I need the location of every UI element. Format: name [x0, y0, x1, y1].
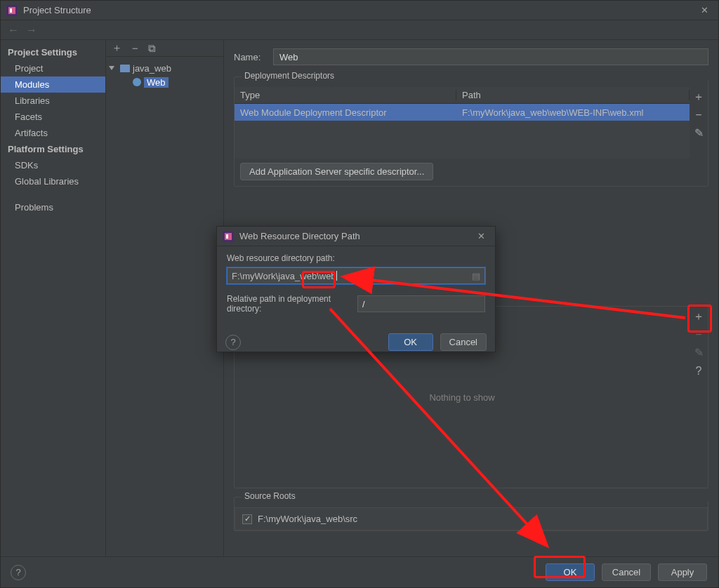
app-icon: [223, 231, 234, 242]
source-roots-fieldset: Source Roots F:\myWork\java_web\src: [234, 497, 708, 531]
close-icon[interactable]: ✕: [697, 4, 713, 17]
path-value: F:\myWork\java_web\web: [232, 271, 336, 281]
dialog-close-icon[interactable]: ✕: [473, 229, 489, 243]
cell-path: F:\myWork\java_web\web\WEB-INF\web.xml: [456, 107, 690, 118]
apply-button[interactable]: Apply: [658, 563, 707, 581]
module-tree: java_web Web: [106, 57, 223, 93]
source-root-row[interactable]: F:\myWork\java_web\src: [235, 507, 708, 530]
sidebar-item-modules[interactable]: Modules: [1, 76, 105, 93]
descriptors-legend: Deployment Descriptors: [242, 71, 715, 81]
rel-label: Relative path in deployment directory:: [227, 294, 350, 314]
svg-rect-5: [226, 234, 228, 239]
dialog-footer: ? OK Cancel: [217, 328, 495, 356]
path-label: Web resource directory path:: [227, 253, 485, 263]
ok-button[interactable]: OK: [546, 563, 595, 581]
source-root-checkbox[interactable]: [242, 514, 252, 524]
sidebar-item-global-libraries[interactable]: Global Libraries: [1, 173, 105, 189]
help-icon[interactable]: ?: [692, 364, 706, 378]
add-module-icon[interactable]: ＋: [112, 41, 122, 55]
section-platform-settings: Platform Settings: [1, 141, 105, 157]
dialog-titlebar: Web Resource Directory Path ✕: [217, 227, 495, 246]
section-project-settings: Project Settings: [1, 44, 105, 60]
name-field[interactable]: [273, 48, 708, 65]
tree-label: java_web: [133, 63, 171, 74]
dialog-ok-button[interactable]: OK: [388, 333, 433, 351]
svg-rect-2: [10, 8, 12, 13]
modules-tree-pane: ＋ − ⧉ java_web Web: [106, 40, 224, 556]
plus-icon[interactable]: ＋: [692, 90, 706, 104]
resource-side-tools: ＋ − ✎ ?: [690, 307, 708, 488]
forward-icon[interactable]: →: [26, 24, 37, 36]
tree-node-root[interactable]: java_web: [109, 61, 220, 75]
name-row: Name:: [234, 48, 708, 65]
sidebar-item-facets[interactable]: Facets: [1, 109, 105, 125]
descriptor-side-tools: ＋ − ✎: [690, 87, 708, 186]
dialog-footer: ? OK Cancel Apply: [1, 556, 718, 587]
sidebar: Project Settings Project Modules Librari…: [1, 40, 106, 556]
tree-node-web[interactable]: Web: [109, 75, 220, 89]
tree-label-selected: Web: [144, 77, 169, 88]
descriptor-row[interactable]: Web Module Deployment Descriptor F:\myWo…: [235, 104, 690, 121]
pencil-icon[interactable]: ✎: [692, 126, 706, 140]
dialog-title: Web Resource Directory Path: [239, 231, 473, 241]
caret: [336, 271, 337, 281]
remove-module-icon[interactable]: −: [132, 42, 138, 54]
descriptor-header: Type Path: [235, 87, 690, 104]
back-icon[interactable]: ←: [8, 24, 19, 36]
dialog-help-button[interactable]: ?: [225, 335, 241, 350]
sidebar-item-sdks[interactable]: SDKs: [1, 157, 105, 173]
app-icon: [6, 5, 18, 16]
dialog-body: Web resource directory path: F:\myWork\j…: [217, 246, 495, 328]
sidebar-item-problems[interactable]: Problems: [1, 199, 105, 215]
sidebar-item-artifacts[interactable]: Artifacts: [1, 125, 105, 141]
dialog-cancel-button[interactable]: Cancel: [440, 333, 487, 351]
name-label: Name:: [234, 52, 266, 62]
help-button[interactable]: ?: [11, 565, 26, 580]
sidebar-item-project[interactable]: Project: [1, 60, 105, 76]
source-root-path: F:\myWork\java_web\src: [258, 514, 357, 524]
browse-icon[interactable]: ▤: [472, 271, 480, 281]
nothing-to-show: Nothing to show: [429, 392, 494, 403]
folder-icon: [120, 65, 130, 72]
copy-module-icon[interactable]: ⧉: [148, 42, 156, 55]
col-path: Path: [456, 90, 690, 100]
sidebar-item-libraries[interactable]: Libraries: [1, 93, 105, 109]
deployment-descriptors-fieldset: Deployment Descriptors Type Path Web Mod…: [234, 76, 708, 187]
plus-icon[interactable]: ＋: [692, 309, 706, 323]
web-icon: [133, 78, 141, 86]
tree-toolbar: ＋ − ⧉: [106, 40, 223, 57]
pencil-icon: ✎: [692, 346, 706, 360]
expand-icon[interactable]: [109, 66, 114, 70]
source-roots-legend: Source Roots: [242, 491, 715, 501]
cell-type: Web Module Deployment Descriptor: [235, 107, 456, 118]
titlebar: Project Structure ✕: [1, 1, 718, 20]
web-resource-path-dialog: Web Resource Directory Path ✕ Web resour…: [216, 226, 496, 352]
col-type: Type: [235, 90, 456, 100]
add-descriptor-button[interactable]: Add Application Server specific descript…: [240, 163, 433, 180]
rel-path-input[interactable]: [357, 295, 485, 312]
toolbar-nav: ← →: [1, 20, 718, 40]
cancel-button[interactable]: Cancel: [602, 563, 651, 581]
path-input[interactable]: F:\myWork\java_web\web ▤: [227, 267, 485, 284]
window-title: Project Structure: [23, 5, 697, 15]
minus-icon[interactable]: −: [692, 108, 706, 122]
minus-icon: −: [692, 328, 706, 342]
